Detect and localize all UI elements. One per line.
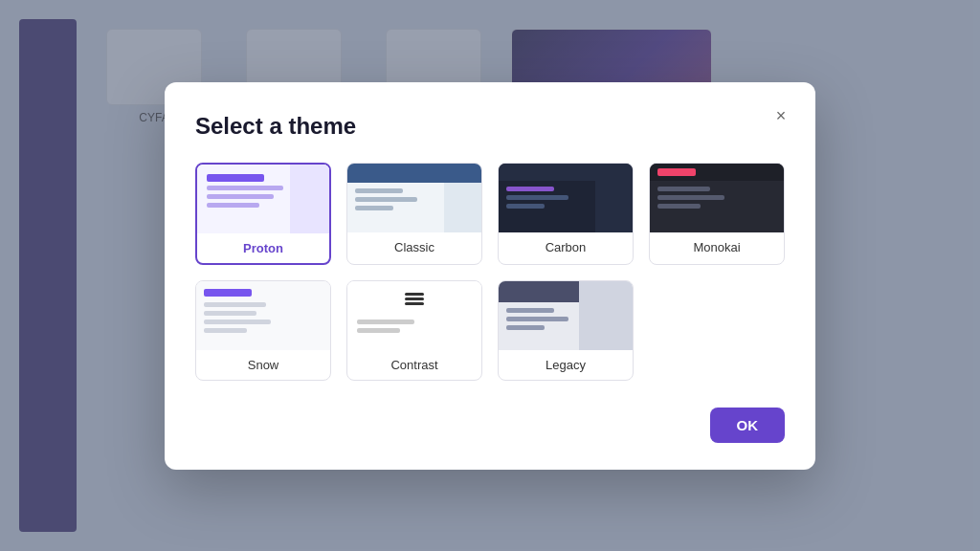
snow-bar1 bbox=[204, 302, 266, 307]
contrast-hamburger-icon bbox=[405, 293, 424, 296]
theme-name-snow: Snow bbox=[196, 350, 330, 380]
classic-bar3 bbox=[355, 206, 393, 210]
theme-preview-monokai bbox=[650, 164, 784, 232]
theme-preview-contrast bbox=[347, 281, 481, 350]
snow-bar4 bbox=[204, 328, 247, 333]
monokai-bar3 bbox=[657, 204, 701, 209]
carbon-bar2 bbox=[506, 195, 568, 200]
theme-card-contrast[interactable]: Contrast bbox=[346, 280, 482, 381]
legacy-bar2 bbox=[506, 317, 568, 321]
carbon-sidebar bbox=[595, 181, 633, 232]
monokai-accent bbox=[657, 168, 696, 176]
theme-card-proton[interactable]: Proton bbox=[195, 163, 331, 265]
theme-name-monokai: Monokai bbox=[650, 232, 784, 262]
theme-preview-carbon bbox=[499, 164, 633, 232]
snow-accent bbox=[204, 289, 252, 297]
close-button[interactable]: × bbox=[766, 101, 796, 132]
classic-bar1 bbox=[355, 188, 403, 193]
classic-header bbox=[347, 164, 481, 183]
ok-button[interactable]: OK bbox=[710, 408, 786, 443]
proton-bar3 bbox=[207, 194, 274, 199]
carbon-bar3 bbox=[506, 204, 545, 209]
carbon-bar1 bbox=[506, 187, 554, 191]
theme-grid-row2: Snow Contrast Le bbox=[195, 280, 785, 381]
theme-card-classic[interactable]: Classic bbox=[346, 163, 482, 265]
modal-footer: OK bbox=[195, 408, 785, 443]
theme-card-legacy[interactable]: Legacy bbox=[498, 280, 634, 381]
theme-name-classic: Classic bbox=[347, 232, 481, 262]
theme-preview-legacy bbox=[499, 281, 633, 350]
proton-sidebar bbox=[290, 165, 329, 233]
snow-bar3 bbox=[204, 320, 271, 324]
theme-card-carbon[interactable]: Carbon bbox=[498, 163, 634, 265]
theme-name-contrast: Contrast bbox=[347, 350, 481, 380]
monokai-bar2 bbox=[657, 195, 724, 200]
carbon-header bbox=[499, 164, 633, 181]
theme-name-carbon: Carbon bbox=[499, 232, 633, 262]
classic-bar2 bbox=[355, 197, 417, 202]
proton-bar1 bbox=[207, 174, 264, 182]
theme-grid-row1: Proton Classic bbox=[195, 163, 785, 265]
modal-overlay: Select a theme × Proton bbox=[0, 0, 980, 551]
contrast-bar2 bbox=[357, 328, 400, 333]
legacy-bar1 bbox=[506, 308, 554, 313]
proton-bar4 bbox=[207, 203, 259, 208]
legacy-sidebar bbox=[579, 281, 633, 350]
theme-preview-classic bbox=[347, 164, 481, 232]
proton-bar2 bbox=[207, 186, 283, 190]
snow-bar2 bbox=[204, 311, 256, 316]
theme-name-legacy: Legacy bbox=[499, 350, 633, 380]
theme-select-modal: Select a theme × Proton bbox=[165, 82, 815, 470]
theme-card-monokai[interactable]: Monokai bbox=[649, 163, 785, 265]
contrast-bar1 bbox=[357, 320, 414, 324]
theme-preview-proton bbox=[197, 165, 329, 233]
theme-card-snow[interactable]: Snow bbox=[195, 280, 331, 381]
monokai-bar1 bbox=[657, 187, 710, 191]
legacy-bar3 bbox=[506, 325, 545, 330]
legacy-header bbox=[499, 281, 579, 302]
modal-title: Select a theme bbox=[195, 113, 785, 140]
theme-name-proton: Proton bbox=[197, 233, 329, 263]
classic-sidebar bbox=[444, 183, 481, 232]
theme-preview-snow bbox=[196, 281, 330, 350]
